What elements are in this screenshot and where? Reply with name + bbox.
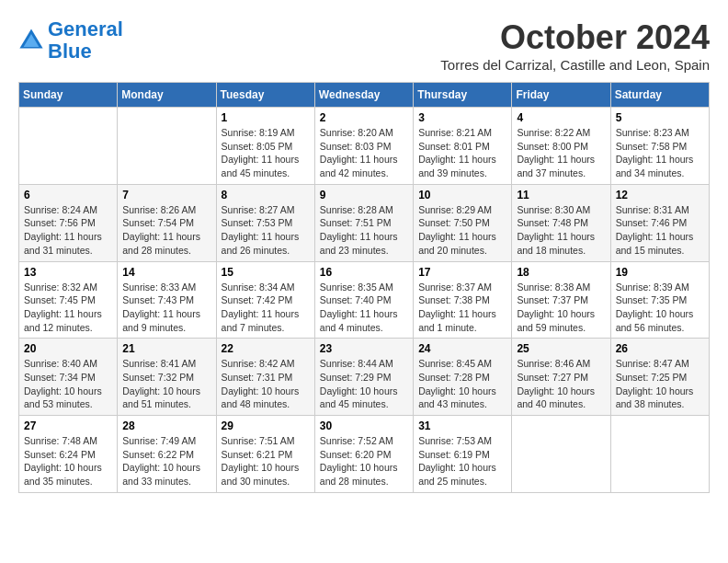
logo-icon bbox=[18, 28, 44, 53]
day-info: Sunrise: 8:35 AM Sunset: 7:40 PM Dayligh… bbox=[320, 281, 408, 335]
day-number: 13 bbox=[24, 266, 112, 279]
calendar-header-row: SundayMondayTuesdayWednesdayThursdayFrid… bbox=[19, 83, 710, 108]
day-info: Sunrise: 8:28 AM Sunset: 7:51 PM Dayligh… bbox=[320, 203, 408, 258]
day-number: 2 bbox=[320, 111, 408, 124]
calendar-cell bbox=[512, 416, 610, 493]
day-info: Sunrise: 8:46 AM Sunset: 7:27 PM Dayligh… bbox=[517, 357, 605, 411]
day-number: 25 bbox=[517, 342, 605, 355]
day-info: Sunrise: 8:37 AM Sunset: 7:38 PM Dayligh… bbox=[418, 281, 506, 335]
calendar-cell: 12Sunrise: 8:31 AM Sunset: 7:46 PM Dayli… bbox=[610, 184, 709, 261]
day-number: 1 bbox=[222, 111, 310, 124]
calendar-cell: 18Sunrise: 8:38 AM Sunset: 7:37 PM Dayli… bbox=[512, 261, 610, 339]
day-info: Sunrise: 7:51 AM Sunset: 6:21 PM Dayligh… bbox=[222, 434, 310, 488]
weekday-header: Thursday bbox=[414, 83, 512, 108]
day-info: Sunrise: 8:45 AM Sunset: 7:28 PM Dayligh… bbox=[418, 357, 506, 411]
calendar-cell: 14Sunrise: 8:33 AM Sunset: 7:43 PM Dayli… bbox=[118, 261, 216, 339]
weekday-header: Saturday bbox=[610, 83, 709, 108]
day-info: Sunrise: 8:21 AM Sunset: 8:01 PM Dayligh… bbox=[418, 126, 506, 180]
location-title: Torres del Carrizal, Castille and Leon, … bbox=[440, 57, 710, 73]
calendar-cell: 27Sunrise: 7:48 AM Sunset: 6:24 PM Dayli… bbox=[19, 416, 118, 493]
day-number: 27 bbox=[24, 419, 112, 432]
day-info: Sunrise: 8:23 AM Sunset: 7:58 PM Dayligh… bbox=[616, 126, 704, 180]
month-title: October 2024 bbox=[440, 18, 710, 57]
day-number: 8 bbox=[222, 189, 310, 201]
day-number: 18 bbox=[517, 266, 605, 279]
logo-line2: Blue bbox=[48, 40, 92, 63]
day-number: 24 bbox=[418, 342, 506, 355]
calendar-cell: 2Sunrise: 8:20 AM Sunset: 8:03 PM Daylig… bbox=[314, 108, 413, 185]
calendar-cell: 17Sunrise: 8:37 AM Sunset: 7:38 PM Dayli… bbox=[414, 261, 512, 339]
day-info: Sunrise: 7:49 AM Sunset: 6:22 PM Dayligh… bbox=[122, 434, 210, 488]
calendar-cell bbox=[610, 416, 709, 493]
calendar-cell: 28Sunrise: 7:49 AM Sunset: 6:22 PM Dayli… bbox=[118, 416, 216, 493]
calendar-cell: 19Sunrise: 8:39 AM Sunset: 7:35 PM Dayli… bbox=[610, 261, 709, 339]
calendar-cell: 7Sunrise: 8:26 AM Sunset: 7:54 PM Daylig… bbox=[118, 184, 216, 261]
calendar-cell: 11Sunrise: 8:30 AM Sunset: 7:48 PM Dayli… bbox=[512, 184, 610, 261]
weekday-header: Friday bbox=[512, 83, 610, 108]
day-number: 5 bbox=[616, 111, 704, 124]
day-info: Sunrise: 8:39 AM Sunset: 7:35 PM Dayligh… bbox=[616, 281, 704, 335]
day-info: Sunrise: 8:47 AM Sunset: 7:25 PM Dayligh… bbox=[616, 357, 704, 411]
day-number: 28 bbox=[122, 419, 210, 432]
calendar-cell: 29Sunrise: 7:51 AM Sunset: 6:21 PM Dayli… bbox=[216, 416, 314, 493]
calendar-cell: 6Sunrise: 8:24 AM Sunset: 7:56 PM Daylig… bbox=[19, 184, 118, 261]
day-number: 12 bbox=[616, 189, 704, 201]
calendar-cell: 10Sunrise: 8:29 AM Sunset: 7:50 PM Dayli… bbox=[414, 184, 512, 261]
day-info: Sunrise: 8:26 AM Sunset: 7:54 PM Dayligh… bbox=[122, 203, 210, 258]
day-info: Sunrise: 7:53 AM Sunset: 6:19 PM Dayligh… bbox=[418, 434, 506, 488]
calendar-cell: 3Sunrise: 8:21 AM Sunset: 8:01 PM Daylig… bbox=[414, 108, 512, 185]
calendar-cell: 20Sunrise: 8:40 AM Sunset: 7:34 PM Dayli… bbox=[19, 339, 118, 416]
day-info: Sunrise: 8:30 AM Sunset: 7:48 PM Dayligh… bbox=[517, 203, 605, 258]
calendar-cell: 22Sunrise: 8:42 AM Sunset: 7:31 PM Dayli… bbox=[216, 339, 314, 416]
day-info: Sunrise: 8:19 AM Sunset: 8:05 PM Dayligh… bbox=[222, 126, 310, 180]
calendar-week-row: 6Sunrise: 8:24 AM Sunset: 7:56 PM Daylig… bbox=[19, 184, 710, 261]
day-number: 7 bbox=[122, 189, 210, 201]
calendar-cell: 16Sunrise: 8:35 AM Sunset: 7:40 PM Dayli… bbox=[314, 261, 413, 339]
calendar-cell: 21Sunrise: 8:41 AM Sunset: 7:32 PM Dayli… bbox=[118, 339, 216, 416]
calendar-cell: 8Sunrise: 8:27 AM Sunset: 7:53 PM Daylig… bbox=[216, 184, 314, 261]
calendar-week-row: 20Sunrise: 8:40 AM Sunset: 7:34 PM Dayli… bbox=[19, 339, 710, 416]
weekday-header: Tuesday bbox=[216, 83, 314, 108]
day-number: 11 bbox=[517, 189, 605, 201]
day-number: 29 bbox=[222, 419, 310, 432]
calendar-cell: 15Sunrise: 8:34 AM Sunset: 7:42 PM Dayli… bbox=[216, 261, 314, 339]
day-number: 15 bbox=[222, 266, 310, 279]
day-info: Sunrise: 8:34 AM Sunset: 7:42 PM Dayligh… bbox=[222, 281, 310, 335]
calendar-week-row: 27Sunrise: 7:48 AM Sunset: 6:24 PM Dayli… bbox=[19, 416, 710, 493]
day-info: Sunrise: 8:38 AM Sunset: 7:37 PM Dayligh… bbox=[517, 281, 605, 335]
day-info: Sunrise: 8:27 AM Sunset: 7:53 PM Dayligh… bbox=[222, 203, 310, 258]
calendar-cell: 1Sunrise: 8:19 AM Sunset: 8:05 PM Daylig… bbox=[216, 108, 314, 185]
day-info: Sunrise: 8:41 AM Sunset: 7:32 PM Dayligh… bbox=[122, 357, 210, 411]
day-info: Sunrise: 8:40 AM Sunset: 7:34 PM Dayligh… bbox=[24, 357, 112, 411]
day-info: Sunrise: 7:52 AM Sunset: 6:20 PM Dayligh… bbox=[320, 434, 408, 488]
day-number: 3 bbox=[418, 111, 506, 124]
calendar-week-row: 1Sunrise: 8:19 AM Sunset: 8:05 PM Daylig… bbox=[19, 108, 710, 185]
day-number: 19 bbox=[616, 266, 704, 279]
calendar-cell: 31Sunrise: 7:53 AM Sunset: 6:19 PM Dayli… bbox=[414, 416, 512, 493]
calendar-cell bbox=[118, 108, 216, 185]
day-info: Sunrise: 8:24 AM Sunset: 7:56 PM Dayligh… bbox=[24, 203, 112, 258]
day-number: 20 bbox=[24, 342, 112, 355]
day-info: Sunrise: 8:29 AM Sunset: 7:50 PM Dayligh… bbox=[418, 203, 506, 258]
calendar-cell: 9Sunrise: 8:28 AM Sunset: 7:51 PM Daylig… bbox=[314, 184, 413, 261]
day-info: Sunrise: 8:32 AM Sunset: 7:45 PM Dayligh… bbox=[24, 281, 112, 335]
calendar-table: SundayMondayTuesdayWednesdayThursdayFrid… bbox=[18, 82, 710, 493]
calendar-cell bbox=[19, 108, 118, 185]
calendar-cell: 13Sunrise: 8:32 AM Sunset: 7:45 PM Dayli… bbox=[19, 261, 118, 339]
day-info: Sunrise: 7:48 AM Sunset: 6:24 PM Dayligh… bbox=[24, 434, 112, 488]
day-info: Sunrise: 8:31 AM Sunset: 7:46 PM Dayligh… bbox=[616, 203, 704, 258]
calendar-cell: 25Sunrise: 8:46 AM Sunset: 7:27 PM Dayli… bbox=[512, 339, 610, 416]
calendar-cell: 24Sunrise: 8:45 AM Sunset: 7:28 PM Dayli… bbox=[414, 339, 512, 416]
calendar-cell: 23Sunrise: 8:44 AM Sunset: 7:29 PM Dayli… bbox=[314, 339, 413, 416]
day-number: 6 bbox=[24, 189, 112, 201]
calendar-cell: 26Sunrise: 8:47 AM Sunset: 7:25 PM Dayli… bbox=[610, 339, 709, 416]
calendar-week-row: 13Sunrise: 8:32 AM Sunset: 7:45 PM Dayli… bbox=[19, 261, 710, 339]
day-number: 16 bbox=[320, 266, 408, 279]
page-header: General Blue October 2024 Torres del Car… bbox=[18, 18, 710, 73]
weekday-header: Wednesday bbox=[314, 83, 413, 108]
day-number: 30 bbox=[320, 419, 408, 432]
day-number: 10 bbox=[418, 189, 506, 201]
day-number: 23 bbox=[320, 342, 408, 355]
calendar-cell: 30Sunrise: 7:52 AM Sunset: 6:20 PM Dayli… bbox=[314, 416, 413, 493]
day-info: Sunrise: 8:22 AM Sunset: 8:00 PM Dayligh… bbox=[517, 126, 605, 180]
